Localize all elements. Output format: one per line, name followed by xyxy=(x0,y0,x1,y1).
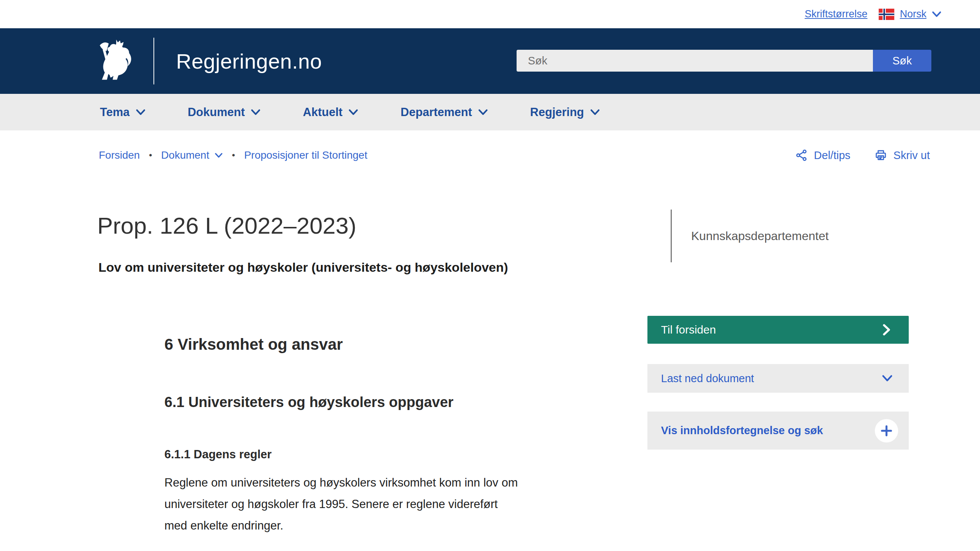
search-box: Søk xyxy=(517,50,931,71)
main-navigation: Tema Dokument Aktuelt Departement Regjer… xyxy=(0,94,980,130)
plus-circle xyxy=(875,419,898,443)
chevron-down-icon xyxy=(478,109,488,116)
font-size-link[interactable]: Skriftstørrelse xyxy=(805,8,868,20)
subsubsection-heading: 6.1.1 Dagens regler xyxy=(164,448,272,461)
search-input[interactable] xyxy=(517,50,873,71)
department-box: Kunnskapsdepartementet xyxy=(671,210,829,262)
norway-flag-icon xyxy=(878,9,894,20)
breadcrumb-proposisjoner[interactable]: Proposisjoner til Stortinget xyxy=(244,149,367,161)
toc-toggle-button[interactable]: Vis innholdsfortegnelse og søk xyxy=(648,411,909,449)
breadcrumb-row: Forsiden • Dokument • Proposisjoner til … xyxy=(99,146,930,164)
chevron-down-icon xyxy=(881,375,893,382)
site-logo[interactable]: Regjeringen.no xyxy=(97,28,322,94)
nav-item-regjering[interactable]: Regjering xyxy=(530,106,600,119)
nav-item-dokument[interactable]: Dokument xyxy=(188,106,261,119)
logo-divider xyxy=(153,38,154,84)
download-document-button[interactable]: Last ned dokument xyxy=(648,364,909,393)
breadcrumb: Forsiden • Dokument • Proposisjoner til … xyxy=(99,149,367,161)
subsection-heading: 6.1 Universiteters og høyskolers oppgave… xyxy=(164,394,453,410)
breadcrumb-forsiden[interactable]: Forsiden xyxy=(99,149,140,161)
body-paragraph: Reglene om universiteters og høyskolers … xyxy=(164,472,606,536)
chevron-right-icon xyxy=(881,323,891,336)
page-actions: Del/tips Skriv ut xyxy=(795,149,930,162)
regjeringen-document-page: Skriftstørrelse Norsk xyxy=(0,0,980,551)
share-icon xyxy=(795,149,808,162)
language-selector[interactable]: Norsk xyxy=(878,8,942,20)
site-header: Regjeringen.no Søk xyxy=(0,28,980,94)
language-link[interactable]: Norsk xyxy=(900,8,926,20)
breadcrumb-separator: • xyxy=(149,150,152,160)
nav-item-departement[interactable]: Departement xyxy=(401,106,488,119)
printer-icon xyxy=(874,149,887,162)
chevron-down-icon xyxy=(348,109,358,116)
chevron-down-icon xyxy=(136,109,146,116)
search-button[interactable]: Søk xyxy=(873,50,931,71)
chevron-down-icon xyxy=(590,109,600,116)
site-name[interactable]: Regjeringen.no xyxy=(176,49,322,73)
nav-item-tema[interactable]: Tema xyxy=(100,106,146,119)
document-subtitle: Lov om universiteter og høyskoler (unive… xyxy=(99,260,508,275)
chevron-down-icon xyxy=(932,11,942,18)
breadcrumb-separator: • xyxy=(232,150,235,160)
department-name: Kunnskapsdepartementet xyxy=(691,229,829,243)
chevron-down-icon xyxy=(251,109,261,116)
chevron-down-icon xyxy=(215,152,223,158)
document-title: Prop. 126 L (2022–2023) xyxy=(97,212,356,239)
print-button[interactable]: Skriv ut xyxy=(874,149,930,162)
share-button[interactable]: Del/tips xyxy=(795,149,851,162)
to-frontpage-button[interactable]: Til forsiden xyxy=(648,316,909,344)
section-heading: 6 Virksomhet og ansvar xyxy=(164,335,343,354)
nav-item-aktuelt[interactable]: Aktuelt xyxy=(303,106,358,119)
plus-icon xyxy=(880,424,893,437)
top-utility-bar: Skriftstørrelse Norsk xyxy=(0,0,980,28)
coat-of-arms-lion-icon xyxy=(97,38,133,84)
breadcrumb-dokument[interactable]: Dokument xyxy=(161,149,223,161)
